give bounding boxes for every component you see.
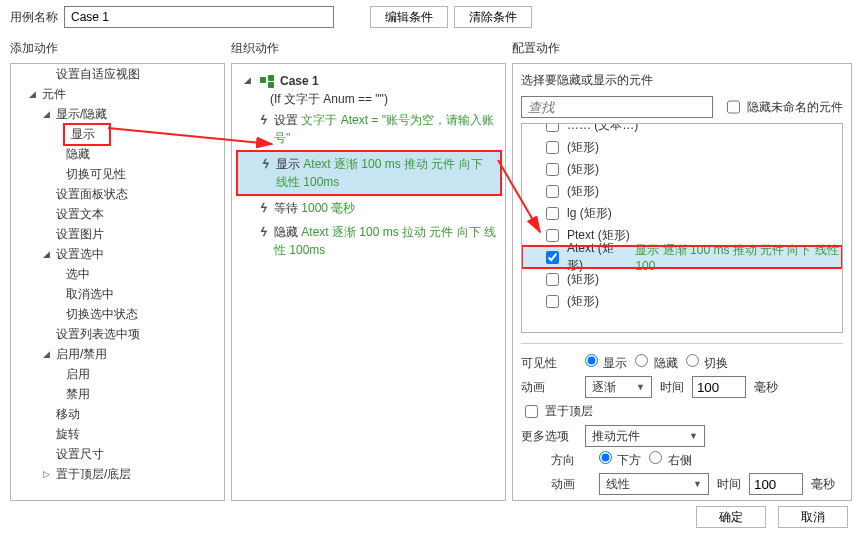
tree-item[interactable]: ◢显示/隐藏 [11, 104, 224, 124]
tree-item[interactable]: 切换选中状态 [11, 304, 224, 324]
list-item[interactable]: (矩形) [522, 180, 842, 202]
time-input[interactable] [692, 376, 746, 398]
animation2-select[interactable]: 线性▼ [599, 473, 709, 495]
visibility-row: 可见性 显示 隐藏 切换 [521, 354, 843, 372]
tree-item[interactable]: 移动 [11, 404, 224, 424]
search-input[interactable] [521, 96, 713, 118]
list-item[interactable]: (矩形) [522, 158, 842, 180]
radio-show[interactable]: 显示 [585, 354, 627, 372]
cancel-button[interactable]: 取消 [778, 506, 848, 528]
tree-item[interactable]: ◢启用/禁用 [11, 344, 224, 364]
tree-item[interactable]: 取消选中 [11, 284, 224, 304]
chevron-down-icon: ▼ [693, 479, 702, 489]
tree-item[interactable]: 设置图片 [11, 224, 224, 244]
tree-item-show[interactable]: 显示 [11, 124, 224, 144]
case-name-input[interactable] [64, 6, 334, 28]
radio-toggle[interactable]: 切换 [686, 354, 728, 372]
case-name-label: 用例名称 [10, 9, 58, 26]
more-options-row: 更多选项 推动元件▼ [521, 425, 843, 447]
chevron-down-icon: ▼ [636, 382, 645, 392]
edit-condition-button[interactable]: 编辑条件 [370, 6, 448, 28]
case-condition: (If 文字于 Anum == "") [236, 90, 501, 108]
tree-item[interactable]: ▷置于顶层/底层 [11, 464, 224, 484]
configure-action-title: 配置动作 [512, 40, 852, 57]
animation-row: 动画 逐渐▼ 时间 毫秒 [521, 376, 843, 398]
hide-unnamed-checkbox[interactable]: 隐藏未命名的元件 [723, 93, 843, 121]
list-item[interactable]: (矩形) [522, 136, 842, 158]
tree-item[interactable]: ◢设置选中 [11, 244, 224, 264]
tree-item[interactable]: 隐藏 [11, 144, 224, 164]
bolt-icon: ϟ [260, 155, 273, 173]
radio-down[interactable]: 下方 [599, 451, 641, 469]
add-action-title: 添加动作 [10, 40, 225, 57]
bring-to-top-checkbox[interactable]: 置于顶层 [521, 402, 593, 421]
tree-item[interactable]: 设置自适应视图 [11, 64, 224, 84]
animation-select[interactable]: 逐渐▼ [585, 376, 652, 398]
radio-right[interactable]: 右侧 [649, 451, 691, 469]
tree-item[interactable]: ◢元件 [11, 84, 224, 104]
add-action-tree[interactable]: 设置自适应视图 ◢元件 ◢显示/隐藏 显示 隐藏 切换可见性 设置面板状态 设置… [11, 64, 224, 500]
tree-item[interactable]: 切换可见性 [11, 164, 224, 184]
tree-item[interactable]: 设置尺寸 [11, 444, 224, 464]
action-wait[interactable]: ϟ 等待 1000 毫秒 [236, 196, 501, 220]
tree-item[interactable]: 设置文本 [11, 204, 224, 224]
more-options-select[interactable]: 推动元件▼ [585, 425, 705, 447]
tree-item[interactable]: 禁用 [11, 384, 224, 404]
organize-action-title: 组织动作 [231, 40, 506, 57]
case-icon [260, 75, 274, 87]
tree-item[interactable]: 选中 [11, 264, 224, 284]
action-set-text[interactable]: ϟ 设置 文字于 Atext = "账号为空，请输入账号" [236, 108, 501, 150]
choose-widgets-label: 选择要隐藏或显示的元件 [521, 72, 843, 89]
bolt-icon: ϟ [258, 199, 271, 217]
case-row[interactable]: ◢ Case 1 [236, 70, 501, 92]
ok-button[interactable]: 确定 [696, 506, 766, 528]
list-item[interactable]: (矩形) [522, 290, 842, 312]
bolt-icon: ϟ [258, 111, 271, 129]
bolt-icon: ϟ [258, 223, 271, 241]
tree-item[interactable]: 启用 [11, 364, 224, 384]
tree-item[interactable]: 设置列表选中项 [11, 324, 224, 344]
radio-hide[interactable]: 隐藏 [635, 354, 677, 372]
action-hide[interactable]: ϟ 隐藏 Atext 逐渐 100 ms 拉动 元件 向下 线性 100ms [236, 220, 501, 262]
list-item[interactable]: lg (矩形) [522, 202, 842, 224]
tree-item[interactable]: 旋转 [11, 424, 224, 444]
tree-item[interactable]: 设置面板状态 [11, 184, 224, 204]
list-item[interactable]: …… (文本…) [522, 123, 842, 136]
direction-row: 方向 下方 右侧 [551, 451, 843, 469]
chevron-down-icon: ▼ [689, 431, 698, 441]
widget-list[interactable]: …… (文本…) (矩形) (矩形) (矩形) lg (矩形) Ptext (矩… [521, 123, 843, 333]
organize-action-list[interactable]: ◢ Case 1 (If 文字于 Anum == "") ϟ 设置 文字于 At… [232, 64, 505, 500]
time2-input[interactable] [749, 473, 803, 495]
action-show[interactable]: ϟ 显示 Atext 逐渐 100 ms 推动 元件 向下 线性 100ms [236, 150, 502, 196]
list-item-atext[interactable]: Atext (矩形) 显示 逐渐 100 ms 推动 元件 向下 线性 100 [522, 246, 842, 268]
animation2-row: 动画 线性▼ 时间 毫秒 [551, 473, 843, 495]
clear-condition-button[interactable]: 清除条件 [454, 6, 532, 28]
